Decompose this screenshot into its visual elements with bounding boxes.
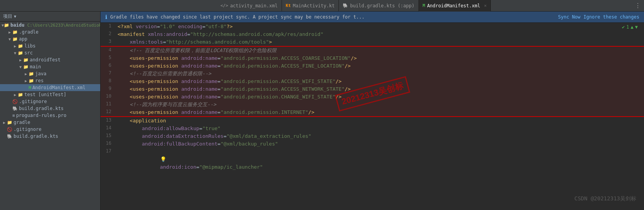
line-number: 1 <box>101 23 116 30</box>
tab-build-gradle-icon: 🐘 <box>343 3 348 8</box>
line-content: android:fullBackupContent="@xml/backup_r… <box>116 140 644 148</box>
libs-folder-icon: 📁 <box>18 44 23 49</box>
tab-activity-main-label: activity_main.xml <box>230 3 278 8</box>
check-icon: ✔ <box>622 24 625 30</box>
tab-main-activity-label: MainActivity.kt <box>293 3 335 8</box>
res-folder-icon: 📁 <box>29 78 34 83</box>
tree-item-build-gradle-kts[interactable]: ▶ 🐘 build.gradle.kts <box>0 105 100 112</box>
tree-item-java[interactable]: ▶ 📁 java <box>0 70 100 77</box>
res-chevron: ▶ <box>23 79 29 83</box>
tab-main-activity-icon: Kt <box>286 3 291 8</box>
proguard-icon: ≡ <box>12 113 15 118</box>
tab-activity-main-icon: </> <box>220 3 228 8</box>
table-row: 6 <uses-permission android:name="android… <box>101 62 644 70</box>
gradle-folder-icon: 📁 <box>12 30 18 35</box>
gitignore-root-icon: 🚫 <box>7 127 12 132</box>
line-number: 3 <box>101 38 116 46</box>
table-row: 9 <uses-permission android:name="android… <box>101 85 644 93</box>
gradle-root-label: gradle <box>14 120 30 125</box>
line-number: 9 <box>101 85 116 93</box>
androidtest-chevron: ▶ <box>18 58 23 62</box>
gitignore-app-icon: 🚫 <box>12 99 18 104</box>
nav-down[interactable]: ▼ <box>635 24 638 30</box>
tab-android-manifest[interactable]: M AndroidManifest.xml ✕ <box>419 0 491 12</box>
tree-item-baidu[interactable]: ▼ 📁 baidu C:\Users\26233\AndroidStudioPr… <box>0 22 100 29</box>
sync-now-link[interactable]: Sync Now <box>558 14 581 20</box>
tree-item-androidTest[interactable]: ▶ 📁 androidTest <box>0 56 100 63</box>
table-row: 12 <uses-permission android:name="androi… <box>101 108 644 117</box>
tab-activity-main[interactable]: </> activity_main.xml <box>217 0 282 12</box>
tree-item-src[interactable]: ▼ 📁 src <box>0 49 100 56</box>
line-number: 11 <box>101 101 116 108</box>
app-label: app <box>19 36 27 42</box>
tree-item-test[interactable]: ▶ 📁 test [unitTest] <box>0 91 100 98</box>
tree-item-main[interactable]: ▼ 📁 main <box>0 63 100 70</box>
tree-item-gitignore-root[interactable]: ▶ 🚫 .gitignore <box>0 126 100 133</box>
tab-overflow-menu[interactable]: ⋮ <box>632 2 644 9</box>
bulb-icon: 💡 <box>160 156 166 162</box>
build-gradle-kts-icon: 🐘 <box>12 106 18 111</box>
main-chevron: ▼ <box>18 65 23 69</box>
table-row: 16 android:fullBackupContent="@xml/backu… <box>101 140 644 148</box>
nav-up[interactable]: ▲ <box>631 24 634 30</box>
line-number: 7 <box>101 70 116 78</box>
line-content: <manifest xmlns:android="http://schemas.… <box>116 30 644 38</box>
src-label: src <box>24 50 33 56</box>
line-number: 14 <box>101 125 116 132</box>
notification-bar: ℹ Gradle files have changed since last p… <box>101 12 644 23</box>
line-content: android:dataExtractionRules="@xml/data_e… <box>116 132 644 140</box>
build-gradle-root-icon: 🐘 <box>7 134 12 139</box>
table-row: 3 xmlns:tools="http://schemas.android.co… <box>101 38 644 46</box>
tree-item-gitignore-app[interactable]: ▶ 🚫 .gitignore <box>0 98 100 105</box>
tab-main-activity[interactable]: Kt MainActivity.kt <box>282 0 339 12</box>
error-count: 1 <box>626 24 629 30</box>
line-content: android:allowBackup="true" <box>116 125 644 132</box>
libs-chevron: ▶ <box>12 44 18 48</box>
table-row: 17 💡 android:icon="@mipmap/ic_launcher" <box>101 148 644 179</box>
table-row: 8 <uses-permission android:name="android… <box>101 78 644 85</box>
line-content: <uses-permission android:name="android.p… <box>116 54 644 62</box>
libs-label: libs <box>24 43 36 49</box>
line-content: <uses-permission android:name="android.p… <box>116 108 644 117</box>
tree-item-androidmanifest[interactable]: ▶ M AndroidManifest.xml <box>0 84 100 91</box>
sidebar-title: 项目 <box>3 13 12 20</box>
table-row: 10 <uses-permission android:name="androi… <box>101 93 644 101</box>
androidmanifest-file-icon: M <box>29 85 31 90</box>
gradle-label: .gradle <box>19 29 39 35</box>
ignore-changes-link[interactable]: Ignore these changes <box>584 14 640 20</box>
info-icon: ℹ <box>105 14 107 20</box>
sidebar: 项目 ▼ ▼ 📁 baidu C:\Users\26233\AndroidStu… <box>0 12 101 210</box>
tree-item-gradle[interactable]: ▶ 📁 .gradle <box>0 29 100 36</box>
editor-area: ℹ Gradle files have changed since last p… <box>101 12 644 210</box>
tab-android-manifest-close[interactable]: ✕ <box>484 3 487 8</box>
baidu-label: baidu C:\Users\26233\AndroidStudioProjec… <box>10 22 101 28</box>
gradle-root-chevron: ▶ <box>2 120 7 125</box>
tab-build-gradle[interactable]: 🐘 build.gradle.kts (:app) <box>339 0 419 12</box>
tree-item-proguard[interactable]: ▶ ≡ proguard-rules.pro <box>0 112 100 119</box>
line-number: 4 <box>101 46 116 54</box>
line-number: 6 <box>101 62 116 70</box>
test-chevron: ▶ <box>12 93 18 97</box>
table-row: 14 android:allowBackup="true" <box>101 125 644 132</box>
tree-item-build-gradle-root[interactable]: ▶ 🐘 build.gradle.kts <box>0 133 100 140</box>
line-content: <?xml version="1.0" encoding="utf-8"?> <box>116 23 644 30</box>
test-label: test [unitTest] <box>24 92 66 97</box>
tree-item-gradle-root[interactable]: ▶ 📁 gradle <box>0 119 100 126</box>
tree-item-res[interactable]: ▶ 📁 res <box>0 77 100 84</box>
line-content: <!-- 百度定位所需要权限，前面是LOCATE权限组的2个危险权限 <box>116 46 644 54</box>
table-row: 13 <application <box>101 117 644 125</box>
table-row: 5 <uses-permission android:name="android… <box>101 54 644 62</box>
tree-item-libs[interactable]: ▶ 📁 libs <box>0 42 100 49</box>
tree-item-app[interactable]: ▼ 📁 app <box>0 36 100 42</box>
line-number: 2 <box>101 30 116 38</box>
line-content: <application <box>116 117 644 125</box>
table-row: 11 <!--因为程序要与百度云服务交互--> <box>101 101 644 108</box>
build-gradle-kts-label: build.gradle.kts <box>19 106 64 111</box>
tab-bar: </> activity_main.xml Kt MainActivity.kt… <box>0 0 644 12</box>
line-number: 15 <box>101 132 116 140</box>
notification-message: Gradle files have changed since last pro… <box>110 14 555 20</box>
java-folder-icon: 📁 <box>29 71 34 76</box>
code-editor[interactable]: ✔ 1 ▲ ▼ 20212313吴创标 1 <?xml version="1.0… <box>101 23 644 210</box>
line-content: 💡 android:icon="@mipmap/ic_launcher" <box>116 148 644 179</box>
editor-toolbar: ✔ 1 ▲ ▼ <box>622 24 638 30</box>
